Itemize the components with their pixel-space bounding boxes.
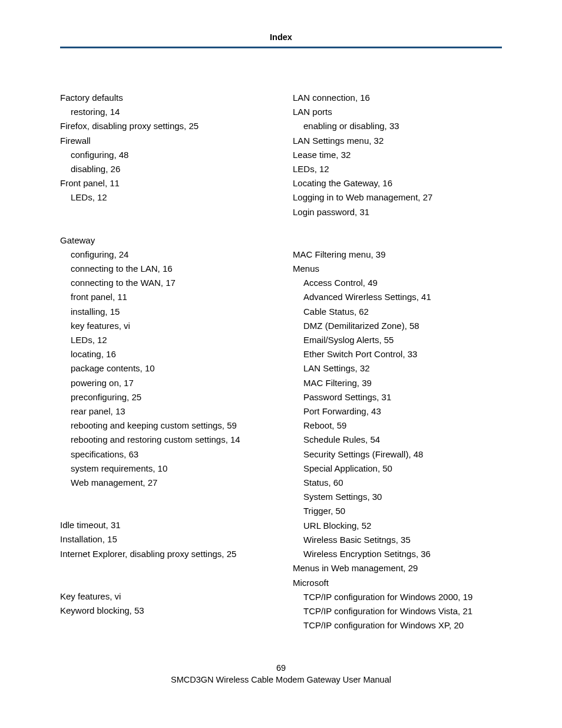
index-entry: Port Forwarding, 43 <box>293 404 502 419</box>
index-entry: installing, 15 <box>60 305 269 319</box>
index-columns: Factory defaultsrestoring, 14Firefox, di… <box>60 91 502 633</box>
index-entry: System Settings, 30 <box>293 490 502 504</box>
index-entry: connecting to the LAN, 16 <box>60 262 269 276</box>
index-entry: connecting to the WAN, 17 <box>60 276 269 290</box>
index-entry: Cable Status, 62 <box>293 305 502 319</box>
index-entry: LAN Settings, 32 <box>293 361 502 375</box>
index-entry: Gateway <box>60 233 269 248</box>
index-entry: Ether Switch Port Control, 33 <box>293 347 502 361</box>
index-entry: Factory defaults <box>60 91 269 105</box>
index-entry: system requirements, 10 <box>60 462 269 476</box>
index-entry: configuring, 48 <box>60 148 269 162</box>
index-entry: Internet Explorer, disabling proxy setti… <box>60 547 269 561</box>
index-entry: rear panel, 13 <box>60 404 269 419</box>
page-header: Index <box>60 32 502 42</box>
index-entry: DMZ (Demilitarized Zone), 58 <box>293 319 502 333</box>
index-entry: preconfiguring, 25 <box>60 390 269 404</box>
index-entry: Advanced Wirerless Settings, 41 <box>293 290 502 304</box>
index-entry: locating, 16 <box>60 347 269 361</box>
index-entry: Menus in Web management, 29 <box>293 561 502 575</box>
index-entry: Firefox, disabling proxy settings, 25 <box>60 119 269 133</box>
index-entry: enabling or disabling, 33 <box>293 119 502 133</box>
index-entry: front panel, 11 <box>60 290 269 304</box>
index-entry: rebooting and restoring custom settings,… <box>60 433 269 447</box>
index-entry: Wireless Basic Setitngs, 35 <box>293 533 502 547</box>
index-entry: package contents, 10 <box>60 361 269 375</box>
index-entry: Firewall <box>60 134 269 148</box>
index-entry: LAN ports <box>293 105 502 119</box>
index-entry: Logging in to Web management, 27 <box>293 190 502 205</box>
index-entry: LAN Settings menu, 32 <box>293 134 502 148</box>
index-entry: Installation, 15 <box>60 532 269 546</box>
index-entry: Lease time, 32 <box>293 148 502 162</box>
index-entry: LAN connection, 16 <box>293 91 502 105</box>
manual-title: SMCD3GN Wireless Cable Modem Gateway Use… <box>0 674 562 686</box>
page-container: Index Factory defaultsrestoring, 14Firef… <box>0 0 562 728</box>
index-entry: restoring, 14 <box>60 105 269 119</box>
index-entry: Wireless Encryption Setitngs, 36 <box>293 547 502 561</box>
index-entry: specifications, 63 <box>60 447 269 462</box>
index-entry: Password Settings, 31 <box>293 390 502 404</box>
index-entry: Status, 60 <box>293 476 502 490</box>
page-number: 69 <box>0 662 562 674</box>
index-entry: TCP/IP configuration for Windows 2000, 1… <box>293 590 502 604</box>
index-entry: MAC Filtering, 39 <box>293 376 502 390</box>
index-entry: TCP/IP configuration for Windows XP, 20 <box>293 618 502 633</box>
index-entry: Key features, vi <box>60 589 269 604</box>
index-entry: TCP/IP configuration for Windows Vista, … <box>293 604 502 618</box>
header-rule <box>60 47 502 48</box>
index-column-left: Factory defaultsrestoring, 14Firefox, di… <box>60 91 275 633</box>
index-entry: URL Blocking, 52 <box>293 519 502 533</box>
index-entry: MAC Filtering menu, 39 <box>293 248 502 262</box>
index-entry: Microsoft <box>293 576 502 590</box>
page-footer: 69 SMCD3GN Wireless Cable Modem Gateway … <box>0 662 562 686</box>
index-entry: Reboot, 59 <box>293 419 502 433</box>
index-entry: Email/Syslog Alerts, 55 <box>293 333 502 347</box>
index-entry: Web management, 27 <box>60 476 269 490</box>
index-entry: Security Settings (Firewall), 48 <box>293 447 502 462</box>
index-entry: configuring, 24 <box>60 248 269 262</box>
index-column-right: LAN connection, 16LAN portsenabling or d… <box>287 91 502 633</box>
index-entry: Schedule Rules, 54 <box>293 433 502 447</box>
index-entry: powering on, 17 <box>60 376 269 390</box>
index-entry: Keyword blocking, 53 <box>60 604 269 618</box>
index-entry: Access Control, 49 <box>293 276 502 290</box>
index-entry: LEDs, 12 <box>293 162 502 176</box>
index-entry: Menus <box>293 262 502 276</box>
index-entry: Idle timeout, 31 <box>60 518 269 532</box>
index-entry: Trigger, 50 <box>293 504 502 518</box>
index-entry: Front panel, 11 <box>60 176 269 190</box>
index-entry: rebooting and keeping custom settings, 5… <box>60 419 269 433</box>
index-entry: LEDs, 12 <box>60 333 269 347</box>
index-entry: Login password, 31 <box>293 205 502 219</box>
index-entry: Special Application, 50 <box>293 462 502 476</box>
index-entry: disabling, 26 <box>60 162 269 176</box>
index-entry: key features, vi <box>60 319 269 333</box>
index-entry: Locating the Gateway, 16 <box>293 176 502 190</box>
index-entry: LEDs, 12 <box>60 190 269 205</box>
